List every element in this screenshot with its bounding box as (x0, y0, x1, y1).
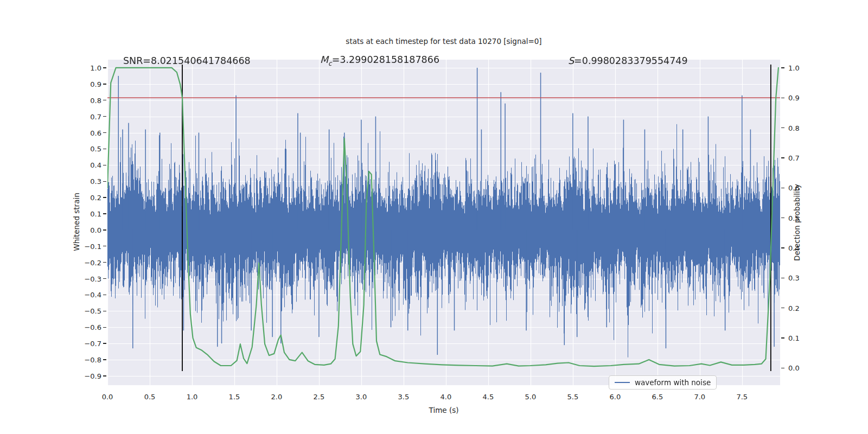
x-tick-label: 4.5 (483, 393, 494, 401)
x-tick-label: 5.0 (525, 393, 537, 401)
x-tick-label: 7.0 (694, 393, 705, 401)
right-y-tick-label: 1.0 (788, 63, 800, 72)
x-tick-label: 0.0 (102, 393, 113, 401)
left-y-tick-label: 0.9 (69, 80, 101, 88)
left-y-tick-label: −0.2 (69, 258, 101, 266)
annotation-snr: SNR=8.021540641784668 (123, 55, 251, 66)
right-y-tick-label: 0.2 (788, 304, 800, 312)
left-y-tick-mark (103, 295, 106, 295)
right-y-tick-label: 0.6 (788, 184, 800, 192)
left-y-tick-label: 1.0 (69, 63, 101, 72)
right-y-tick-label: 0.9 (788, 94, 800, 102)
x-axis-label: Time (s) (107, 406, 780, 414)
left-y-tick-mark (103, 165, 106, 165)
left-y-tick-mark (103, 343, 106, 343)
left-y-tick-label: −0.6 (69, 323, 101, 331)
annotation-mc-value: =3.299028158187866 (332, 54, 439, 65)
right-y-tick-label: 0.7 (788, 154, 800, 162)
left-y-tick-mark (103, 213, 106, 214)
left-y-tick-label: 0.3 (69, 177, 101, 186)
right-y-tick-label: 0.0 (788, 364, 800, 372)
left-y-tick-mark (103, 181, 106, 182)
plot-area (107, 60, 780, 385)
figure: stats at each timestep for test data 102… (0, 0, 868, 434)
right-y-tick-mark (781, 188, 784, 188)
left-y-tick-mark (103, 100, 106, 100)
x-tick-label: 4.0 (441, 393, 452, 401)
left-y-tick-label: −0.9 (69, 372, 101, 380)
legend-waveform-line-sample (615, 382, 630, 383)
right-y-tick-mark (781, 308, 784, 308)
left-y-tick-label: 0.0 (69, 226, 101, 234)
annotation-s-value: =0.9980283379554749 (574, 55, 688, 66)
right-y-tick-label: 0.1 (788, 334, 800, 342)
chart-title: stats at each timestep for test data 102… (107, 37, 780, 46)
left-y-tick-label: 0.6 (69, 129, 101, 137)
x-tick-label: 6.0 (610, 393, 621, 401)
left-y-tick-mark (103, 149, 106, 149)
right-y-tick-label: 0.5 (788, 214, 800, 222)
right-y-tick-mark (781, 157, 784, 158)
left-y-tick-label: 0.1 (69, 210, 101, 218)
left-y-tick-mark (103, 359, 106, 360)
left-y-tick-mark (103, 67, 106, 68)
left-y-tick-mark (103, 262, 106, 263)
annotation-mc-symbol: M (320, 54, 328, 65)
legend-waveform-label: waveform with noise (635, 378, 711, 387)
left-y-tick-label: −0.8 (69, 356, 101, 364)
left-y-tick-mark (103, 197, 106, 197)
x-tick-label: 1.0 (187, 393, 198, 401)
right-y-tick-label: 0.3 (788, 274, 800, 282)
left-y-tick-label: 0.5 (69, 145, 101, 153)
right-y-tick-mark (781, 337, 784, 338)
annotation-score: S=0.9980283379554749 (568, 55, 688, 66)
left-y-tick-label: 0.7 (69, 112, 101, 120)
left-y-tick-label: 0.8 (69, 96, 101, 104)
left-y-tick-mark (103, 229, 106, 230)
annotation-snr-text: SNR=8.021540641784668 (123, 55, 251, 66)
left-y-tick-mark (103, 375, 106, 376)
left-y-tick-mark (103, 132, 106, 133)
x-tick-label: 6.5 (652, 393, 663, 401)
left-y-tick-mark (103, 84, 106, 84)
right-y-tick-mark (781, 127, 784, 128)
x-tick-label: 2.0 (271, 393, 283, 401)
x-tick-label: 3.5 (398, 393, 410, 401)
left-y-tick-label: −0.7 (69, 340, 101, 348)
right-y-tick-mark (781, 98, 784, 98)
left-y-tick-mark (103, 327, 106, 328)
left-y-tick-label: −0.1 (69, 242, 101, 250)
left-y-tick-label: −0.3 (69, 275, 101, 283)
right-y-tick-mark (781, 218, 784, 218)
x-tick-label: 5.5 (567, 393, 579, 401)
left-y-tick-mark (103, 246, 106, 246)
plot-canvas (107, 60, 780, 385)
annotation-chirp-mass: Mc=3.299028158187866 (320, 54, 439, 67)
x-tick-label: 7.5 (736, 393, 748, 401)
right-y-tick-mark (781, 278, 784, 278)
left-y-tick-label: −0.4 (69, 291, 101, 299)
annotation-s-symbol: S (568, 55, 574, 66)
x-tick-label: 3.0 (356, 393, 367, 401)
right-y-tick-mark (781, 67, 784, 68)
left-y-tick-mark (103, 278, 106, 279)
left-y-tick-label: −0.5 (69, 307, 101, 315)
right-y-tick-label: 0.8 (788, 124, 800, 132)
left-y-tick-mark (103, 311, 106, 311)
right-y-tick-mark (781, 368, 784, 368)
x-tick-label: 0.5 (144, 393, 156, 401)
right-y-tick-label: 0.4 (788, 244, 800, 252)
legend: waveform with noise (609, 375, 717, 390)
x-tick-label: 2.5 (314, 393, 325, 401)
left-y-tick-label: 0.4 (69, 161, 101, 169)
left-y-tick-mark (103, 116, 106, 117)
right-y-tick-mark (781, 247, 784, 248)
left-y-tick-label: 0.2 (69, 194, 101, 202)
x-tick-label: 1.5 (229, 393, 240, 401)
